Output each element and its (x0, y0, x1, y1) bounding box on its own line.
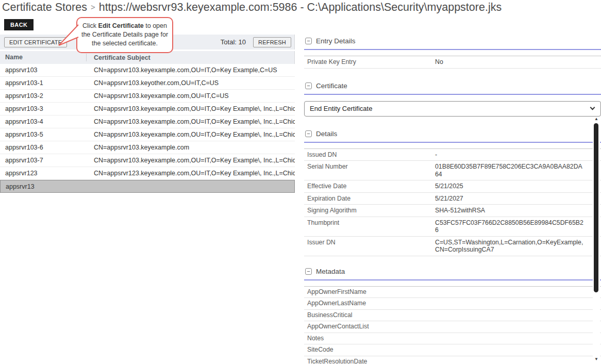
kv-value: 01B8E60D35B7F89E758C206EC3CA9A0BAA82DA64 (435, 163, 586, 178)
cell-name: appsrvr13 (1, 183, 87, 190)
column-header-subject: Certificate Subject (87, 54, 294, 61)
table-row[interactable]: appsrvr123 CN=appsrvr123.keyexample.com,… (0, 167, 295, 180)
cell-certificate-subject: CN=appsrvr103.keyexample.com,OU=IT,O=Key… (87, 67, 295, 74)
collapse-icon[interactable]: − (305, 38, 312, 44)
kv-label: Signing Algorithm (307, 207, 435, 214)
kv-label: Serial Number (307, 163, 435, 178)
cell-name: appsrvr123 (0, 170, 87, 177)
scroll-up-icon[interactable]: ▲ (593, 117, 600, 122)
kv-label: Effective Date (307, 183, 435, 190)
scroll-down-icon[interactable]: ▼ (593, 357, 600, 362)
kv-label: Issued DN (307, 151, 435, 159)
entry-details-section-header: − Entry Details (304, 34, 601, 50)
table-row[interactable]: appsrvr103 CN=appsrvr103.keyexample.com,… (0, 64, 295, 77)
callout-text-bold: Edit Certificate (98, 22, 144, 29)
kv-value: 5/21/2027 (435, 195, 586, 203)
metadata-section-header: − Metadata (304, 264, 601, 280)
section-title-details: Details (316, 130, 337, 138)
collapse-icon[interactable]: − (305, 268, 312, 275)
toolbar-right: Total: 10 REFRESH (221, 37, 291, 47)
cell-name: appsrvr103-2 (0, 92, 87, 100)
cell-certificate-subject: CN=appsrvr103.keyexample.com (87, 144, 295, 151)
table-row[interactable]: appsrvr103-2 CN=appsrvr103.keyexample.co… (0, 90, 295, 103)
kv-row: Serial Number 01B8E60D35B7F89E758C206EC3… (304, 161, 601, 180)
metadata-field-row: BusinessCritical (304, 310, 601, 322)
scrollbar-thumb[interactable] (594, 123, 598, 292)
cell-certificate-subject: CN=appsrvr103.keyother.com,OU=IT,C=US (87, 79, 295, 87)
edit-certificate-callout: Click Edit Certificate to open the Certi… (76, 17, 173, 53)
section-title-metadata: Metadata (316, 268, 345, 275)
kv-label: Issuer DN (307, 239, 435, 254)
total-label: Total: (221, 38, 237, 46)
cell-certificate-subject: CN=appsrvr103.keyexample.com,OU=IT,C=US (87, 92, 295, 100)
breadcrumb-root: Certificate Stores (2, 1, 87, 13)
kv-value: C=US,ST=Washington,L=Carnation,O=KeyExam… (435, 239, 586, 254)
page-title: Certificate Stores>https://websrvr93.key… (0, 0, 601, 14)
table-row[interactable]: appsrvr103-7 CN=appsrvr103.keyexample.co… (0, 154, 295, 167)
kv-value: - (435, 151, 586, 159)
cell-certificate-subject: CN=appsrvr103.keyexample.com,OU=IT,O=Key… (87, 131, 295, 138)
metadata-field-row: Notes (304, 333, 601, 345)
kv-row: Thumbprint C53FC57FC03F766D2C8850B56E899… (304, 217, 601, 237)
chevron-down-icon (590, 105, 595, 110)
details-table: Issued DN - Serial Number 01B8E60D35B7F8… (304, 148, 601, 256)
callout-text-prefix: Click (82, 22, 98, 29)
certificate-store-page: Certificate Stores>https://websrvr93.key… (0, 0, 601, 364)
details-scrollbar[interactable]: ▲ ▼ (593, 117, 600, 363)
cell-name: appsrvr103-7 (0, 157, 87, 164)
metadata-table: AppOwnerFirstName AppOwnerLastName Busin… (304, 286, 601, 364)
cell-certificate-subject: CN=appsrvr103.keyexample.com,OU=IT,O=Key… (87, 157, 295, 164)
metadata-field-row: SiteCode (304, 344, 601, 356)
metadata-field-row: AppOwnerContactList (304, 321, 601, 333)
table-row[interactable]: appsrvr103-5 CN=appsrvr103.keyexample.co… (0, 128, 295, 141)
kv-row: Issuer DN C=US,ST=Washington,L=Carnation… (304, 237, 601, 256)
certificate-section-header: − Certificate (304, 79, 601, 95)
breadcrumb-path: https://websrvr93.keyexample.com:5986 - … (99, 1, 502, 13)
certificate-type-selected-value: End Entity Certificate (310, 105, 372, 112)
cell-name: appsrvr103-6 (0, 144, 87, 151)
section-title-entry-details: Entry Details (316, 37, 356, 45)
column-header-name: Name (0, 54, 87, 61)
collapse-icon[interactable]: − (305, 130, 312, 137)
kv-value: C53FC57FC03F766D2C8850B56E89984C5DF65B26 (435, 219, 586, 234)
callout-text: Click Edit Certificate to open the Certi… (81, 22, 168, 47)
back-button[interactable]: BACK (4, 19, 34, 30)
table-row[interactable]: appsrvr103-4 CN=appsrvr103.keyexample.co… (0, 115, 295, 128)
table-row[interactable]: appsrvr103-6 CN=appsrvr103.keyexample.co… (0, 141, 295, 154)
entry-details-table: Private Key Entry No (304, 56, 601, 69)
cell-certificate-subject: CN=appsrvr123.keyexample.com,OU=IT,O=Key… (87, 170, 295, 177)
callout-arrow-icon (58, 23, 79, 47)
cell-certificate-subject: CN=appsrvr103.keyexample.com,OU=IT,O=Key… (87, 105, 295, 112)
certificate-type-select[interactable]: End Entity Certificate (304, 101, 601, 117)
metadata-field-row: AppOwnerFirstName (304, 287, 601, 299)
certificate-details-pane: − Entry Details Private Key Entry No − C… (304, 34, 601, 364)
table-row[interactable]: appsrvr103-3 CN=appsrvr103.keyexample.co… (0, 103, 295, 115)
kv-value: SHA-512withRSA (435, 207, 586, 214)
kv-value: No (435, 58, 586, 66)
kv-value: 5/21/2025 (435, 183, 586, 190)
kv-row-private-key-entry: Private Key Entry No (304, 56, 601, 69)
details-section-header: − Details (304, 127, 601, 143)
metadata-field-row: AppOwnerLastName (304, 298, 601, 310)
table-row[interactable]: appsrvr103-1 CN=appsrvr103.keyother.com,… (0, 77, 295, 90)
refresh-button[interactable]: REFRESH (253, 37, 291, 47)
certificate-table-body: appsrvr103 CN=appsrvr103.keyexample.com,… (0, 64, 295, 193)
cell-name: appsrvr103 (0, 67, 87, 74)
cell-name: appsrvr103-4 (0, 118, 87, 125)
kv-row: Signing Algorithm SHA-512withRSA (304, 205, 601, 217)
total-value: 10 (239, 38, 246, 46)
breadcrumb-separator-icon: > (91, 3, 95, 11)
cell-name: appsrvr103-5 (0, 131, 87, 138)
cell-name: appsrvr103-3 (0, 105, 87, 112)
kv-row: Effective Date 5/21/2025 (304, 180, 601, 193)
total-count: Total: 10 (221, 38, 246, 46)
kv-row: Issued DN - (304, 149, 601, 161)
kv-label: Expiration Date (307, 195, 435, 203)
kv-label: Private Key Entry (307, 58, 435, 66)
cell-name: appsrvr103-1 (0, 79, 87, 87)
kv-label: Thumbprint (307, 219, 435, 234)
table-row[interactable]: appsrvr13 (0, 180, 295, 193)
metadata-field-row: TicketResolutionDate (304, 356, 601, 364)
cell-certificate-subject: CN=appsrvr103.keyexample.com,OU=IT,O=Key… (87, 118, 295, 125)
collapse-icon[interactable]: − (305, 82, 312, 89)
